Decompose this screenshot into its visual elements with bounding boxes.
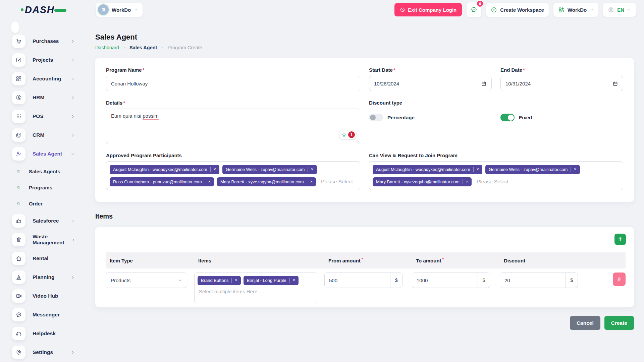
sidebar-item-messenger[interactable]: Messenger [12,307,89,322]
sidebar-item-rental[interactable]: Rental [12,251,89,266]
cart-icon [15,38,22,45]
approved-participants-label: Approved Program Participants [106,153,360,158]
remove-tag-icon[interactable]: × [307,179,313,184]
item-tag: Brinjal - Long Purple× [244,276,299,285]
program-name-input[interactable] [106,76,360,91]
sidebar-item-hrm[interactable]: HRM [12,90,89,105]
item-type-select[interactable]: Products [106,273,187,288]
messages-button[interactable]: 0 [467,2,481,17]
breadcrumb-sales-agent-link[interactable]: Sales Agent [129,45,157,50]
start-date-input[interactable]: 10/28/2024 [369,76,492,91]
sidebar-item-settings[interactable]: Settings [12,345,89,360]
can-view-multiselect[interactable]: August Mclaughlin - wuqaqykeq@mailinator… [369,161,623,190]
sidebar-item-helpdesk[interactable]: Helpdesk [12,326,89,341]
participant-tag: Mary Barrett - xyvezagyha@mailinator.com… [373,177,472,187]
participant-tag: Germaine Wells - zupav@mailinator.com× [485,165,580,174]
sidebar-subitem-order[interactable]: Order [16,197,89,210]
cancel-button[interactable]: Cancel [570,316,600,330]
sidebar-item-pos[interactable]: POS [12,109,89,124]
remove-tag-icon[interactable]: × [571,167,576,172]
sidebar-subitem-sales-agents[interactable]: Sales Agents [16,165,89,178]
chevron-down-icon [590,8,594,12]
language-dropdown[interactable]: EN [603,3,636,17]
create-button[interactable]: Create [604,316,634,330]
to-amount-input[interactable] [412,273,478,288]
grammar-issue-count-badge: 1 [348,131,355,138]
add-item-row-button[interactable]: + [614,234,626,245]
sidebar-item-purchases[interactable]: Purchases [12,34,89,49]
sidebar-item-crm[interactable]: CRM [12,127,89,143]
toggle-on-switch[interactable] [500,114,515,121]
items-select-placeholder: Select multiple items Here....... [199,289,314,294]
sidebar-item-planning[interactable]: Planning [12,269,89,285]
grid-plus-icon [558,7,565,13]
language-code: EN [617,7,624,13]
sidebar-item-video-hub[interactable]: Video Hub [12,288,89,304]
items-table-header: Item Type Items From amount* To amount* … [106,252,626,268]
workspace-switcher[interactable]: WorkDo [96,3,143,17]
remove-tag-icon[interactable]: × [231,278,237,283]
chevron-right-icon [71,39,75,44]
chevron-right-icon [71,77,75,81]
column-discount: Discount [500,258,578,263]
start-date-group: Start Date* 10/28/2024 [369,67,492,91]
to-amount-field: $ [412,273,490,288]
items-section-title: Items [95,213,634,220]
breadcrumb-dashboard-link[interactable]: Dashboard [95,45,119,50]
circle-bullet-icon [16,185,21,190]
sidebar-item-waste-management[interactable]: Waste Management [12,232,89,247]
toggle-off-switch[interactable] [369,114,383,121]
person-scan-icon [15,94,22,101]
check-square-icon [15,57,22,63]
chevron-right-icon [71,58,75,62]
remove-tag-icon[interactable]: × [210,167,216,172]
from-amount-input[interactable] [325,273,390,288]
circle-bullet-icon [16,201,21,206]
approved-participants-multiselect[interactable]: August Mclaughlin - wuqaqykeq@mailinator… [106,161,360,190]
exit-company-login-button[interactable]: Exit Company Login [394,3,462,16]
resize-handle[interactable] [356,139,359,143]
sidebar-item-salesforce[interactable]: Salesforce [12,213,89,229]
remove-tag-icon[interactable]: × [205,179,211,184]
end-date-input[interactable]: 10/31/2024 [500,76,623,91]
person-check-icon [15,150,22,157]
sidebar: Purchases Projects Accounting HRM POS CR… [0,19,89,362]
delete-row-button[interactable] [613,273,626,286]
create-workspace-button[interactable]: Create Workspace [486,3,549,17]
participant-tag: Germaine Wells - zupav@mailinator.com× [222,165,317,174]
main-content: Sales Agent Dashboard Sales Agent Progra… [95,19,634,330]
calendar-icon[interactable] [612,81,618,86]
fixed-toggle[interactable]: Fixed [500,114,623,121]
chevron-right-icon [71,96,75,100]
gear-icon [15,349,22,356]
percentage-toggle[interactable]: Percentage [369,114,492,121]
remove-tag-icon[interactable]: × [463,179,468,184]
items-multiselect[interactable]: Brand Buttons× Brinjal - Long Purple× Se… [194,273,317,303]
details-group: Details* Eum quia nisi possim 1 [106,100,360,144]
misspelled-word: possim [143,113,159,120]
sidebar-scrollbar[interactable] [11,21,19,33]
remove-tag-icon[interactable]: × [289,278,295,283]
calendar-icon[interactable] [481,81,487,86]
sidebar-item-sales-agent[interactable]: Sales Agent [12,146,89,162]
sidebar-subitem-programs[interactable]: Programs [16,181,89,194]
discount-input[interactable] [500,273,566,288]
currency-symbol: $ [566,273,578,288]
chevron-right-icon [71,350,75,355]
chat-bubble-icon [15,311,22,318]
column-items: Items [194,258,317,263]
logo-dot-icon [21,8,23,11]
app-menu-dropdown[interactable]: WorkDo [553,3,598,17]
chevron-right-icon [122,46,126,50]
details-textarea[interactable]: Eum quia nisi possim 1 [106,109,360,144]
sidebar-item-accounting[interactable]: Accounting [12,71,89,86]
sidebar-item-projects[interactable]: Projects [12,52,89,68]
remove-tag-icon[interactable]: × [308,167,313,172]
chevron-down-icon [178,278,182,282]
ban-icon [400,7,405,12]
page-title: Sales Agent [95,33,634,42]
participant-tag: Mary Barrett - xyvezagyha@mailinator.com… [217,177,316,187]
remove-tag-icon[interactable]: × [473,167,479,172]
grammar-checker-widget[interactable]: 1 [339,130,356,139]
discount-type-group: Discount type Percentage Fixed [369,100,623,144]
